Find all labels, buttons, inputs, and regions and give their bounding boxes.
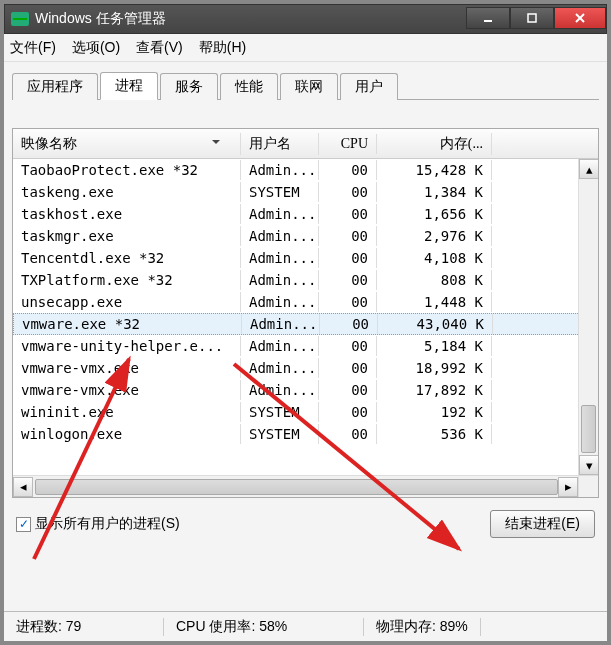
cell-memory: 15,428 K xyxy=(377,160,492,180)
column-header-name[interactable]: 映像名称 xyxy=(13,133,241,155)
menu-file[interactable]: 文件(F) xyxy=(10,39,56,57)
cell-cpu: 00 xyxy=(319,226,377,246)
scroll-thumb-horizontal[interactable] xyxy=(35,479,558,495)
cell-user: Admin... xyxy=(241,358,319,378)
table-row[interactable]: taskhost.exeAdmin...001,656 K xyxy=(13,203,598,225)
titlebar[interactable]: Windows 任务管理器 xyxy=(4,4,607,34)
cell-name: vmware-vmx.exe xyxy=(13,380,241,400)
cell-user: Admin... xyxy=(241,226,319,246)
table-row[interactable]: taskmgr.exeAdmin...002,976 K xyxy=(13,225,598,247)
scroll-left-icon[interactable]: ◂ xyxy=(13,477,33,497)
cell-name: TaobaoProtect.exe *32 xyxy=(13,160,241,180)
maximize-button[interactable] xyxy=(510,7,554,29)
minimize-button[interactable] xyxy=(466,7,510,29)
app-icon xyxy=(11,12,29,26)
cell-memory: 2,976 K xyxy=(377,226,492,246)
close-button[interactable] xyxy=(554,7,606,29)
cell-cpu: 00 xyxy=(319,182,377,202)
cell-memory: 808 K xyxy=(377,270,492,290)
table-row[interactable]: unsecapp.exeAdmin...001,448 K xyxy=(13,291,598,313)
cell-name: vmware.exe *32 xyxy=(14,314,242,334)
cell-name: taskeng.exe xyxy=(13,182,241,202)
scroll-thumb-vertical[interactable] xyxy=(581,405,596,453)
table-row[interactable]: wininit.exeSYSTEM00192 K xyxy=(13,401,598,423)
status-bar: 进程数: 79 CPU 使用率: 58% 物理内存: 89% xyxy=(4,611,607,641)
cell-memory: 536 K xyxy=(377,424,492,444)
cell-cpu: 00 xyxy=(319,336,377,356)
cell-name: winlogon.exe xyxy=(13,424,241,444)
menubar: 文件(F) 选项(O) 查看(V) 帮助(H) xyxy=(4,34,607,62)
vertical-scrollbar[interactable]: ▴ ▾ xyxy=(578,159,598,475)
cell-user: Admin... xyxy=(242,314,320,334)
task-manager-window: Windows 任务管理器 文件(F) 选项(O) 查看(V) 帮助(H) 应用… xyxy=(4,4,607,641)
column-header-memory[interactable]: 内存(... xyxy=(377,133,492,155)
cell-name: TXPlatform.exe *32 xyxy=(13,270,241,290)
show-all-users-checkbox[interactable]: ✓ 显示所有用户的进程(S) xyxy=(16,515,180,533)
cell-user: SYSTEM xyxy=(241,182,319,202)
menu-options[interactable]: 选项(O) xyxy=(72,39,120,57)
cell-user: SYSTEM xyxy=(241,402,319,422)
tab-performance[interactable]: 性能 xyxy=(220,73,278,100)
cell-user: Admin... xyxy=(241,204,319,224)
tab-networking[interactable]: 联网 xyxy=(280,73,338,100)
cell-memory: 1,384 K xyxy=(377,182,492,202)
cell-memory: 1,656 K xyxy=(377,204,492,224)
scroll-corner xyxy=(578,475,598,497)
cell-name: wininit.exe xyxy=(13,402,241,422)
cell-user: Admin... xyxy=(241,380,319,400)
cell-name: Tencentdl.exe *32 xyxy=(13,248,241,268)
cell-cpu: 00 xyxy=(319,160,377,180)
cell-cpu: 00 xyxy=(319,248,377,268)
cell-user: Admin... xyxy=(241,160,319,180)
menu-help[interactable]: 帮助(H) xyxy=(199,39,246,57)
table-row[interactable]: TXPlatform.exe *32Admin...00808 K xyxy=(13,269,598,291)
end-process-button[interactable]: 结束进程(E) xyxy=(490,510,595,538)
cell-memory: 1,448 K xyxy=(377,292,492,312)
cell-cpu: 00 xyxy=(319,204,377,224)
cell-name: unsecapp.exe xyxy=(13,292,241,312)
cell-cpu: 00 xyxy=(319,380,377,400)
table-row[interactable]: vmware-vmx.exeAdmin...0018,992 K xyxy=(13,357,598,379)
window-title: Windows 任务管理器 xyxy=(35,10,466,28)
column-header-user[interactable]: 用户名 xyxy=(241,133,319,155)
cell-user: Admin... xyxy=(241,248,319,268)
horizontal-scrollbar[interactable]: ◂ ▸ xyxy=(13,475,578,497)
scroll-down-icon[interactable]: ▾ xyxy=(579,455,599,475)
cell-memory: 4,108 K xyxy=(377,248,492,268)
cell-memory: 5,184 K xyxy=(377,336,492,356)
table-row[interactable]: winlogon.exeSYSTEM00536 K xyxy=(13,423,598,445)
scroll-right-icon[interactable]: ▸ xyxy=(558,477,578,497)
table-row[interactable]: vmware-vmx.exeAdmin...0017,892 K xyxy=(13,379,598,401)
cell-cpu: 00 xyxy=(319,358,377,378)
cell-name: vmware-vmx.exe xyxy=(13,358,241,378)
cell-memory: 43,040 K xyxy=(378,314,493,334)
cell-memory: 18,992 K xyxy=(377,358,492,378)
tab-services[interactable]: 服务 xyxy=(160,73,218,100)
process-table: 映像名称 用户名 CPU 内存(... TaobaoProtect.exe *3… xyxy=(12,128,599,498)
tab-applications[interactable]: 应用程序 xyxy=(12,73,98,100)
menu-view[interactable]: 查看(V) xyxy=(136,39,183,57)
svg-rect-1 xyxy=(528,14,536,22)
tab-strip: 应用程序 进程 服务 性能 联网 用户 xyxy=(12,70,599,100)
tab-users[interactable]: 用户 xyxy=(340,73,398,100)
table-row[interactable]: vmware.exe *32Admin...0043,040 K xyxy=(13,313,598,335)
cell-user: SYSTEM xyxy=(241,424,319,444)
cell-name: taskhost.exe xyxy=(13,204,241,224)
cell-user: Admin... xyxy=(241,292,319,312)
cell-user: Admin... xyxy=(241,336,319,356)
tab-processes[interactable]: 进程 xyxy=(100,72,158,100)
cell-cpu: 00 xyxy=(319,402,377,422)
table-row[interactable]: Tencentdl.exe *32Admin...004,108 K xyxy=(13,247,598,269)
status-cpu-usage: CPU 使用率: 58% xyxy=(164,618,364,636)
column-header-cpu[interactable]: CPU xyxy=(319,134,377,154)
scroll-up-icon[interactable]: ▴ xyxy=(579,159,599,179)
cell-cpu: 00 xyxy=(319,292,377,312)
checkbox-icon[interactable]: ✓ xyxy=(16,517,31,532)
table-row[interactable]: TaobaoProtect.exe *32Admin...0015,428 K xyxy=(13,159,598,181)
status-physical-memory: 物理内存: 89% xyxy=(364,618,481,636)
table-row[interactable]: vmware-unity-helper.e...Admin...005,184 … xyxy=(13,335,598,357)
table-row[interactable]: taskeng.exeSYSTEM001,384 K xyxy=(13,181,598,203)
cell-cpu: 00 xyxy=(319,424,377,444)
table-header: 映像名称 用户名 CPU 内存(... xyxy=(13,129,598,159)
cell-name: taskmgr.exe xyxy=(13,226,241,246)
